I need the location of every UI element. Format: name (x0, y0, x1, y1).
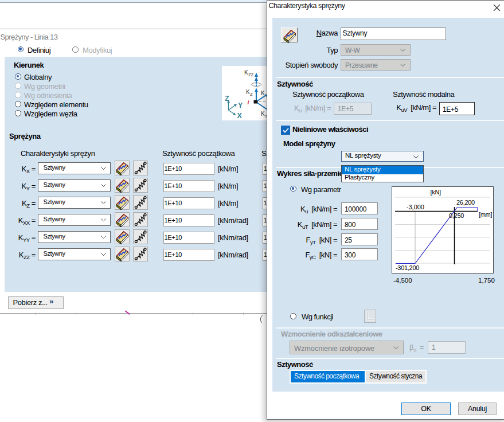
svg-text:0,250: 0,250 (449, 212, 464, 219)
svg-text:[mm]: [mm] (479, 211, 492, 218)
svg-text:i: i (248, 99, 250, 106)
svg-text:K: K (261, 90, 265, 96)
svg-text:K: K (261, 111, 265, 117)
svg-text:K: K (244, 69, 248, 76)
svg-text:26,200: 26,200 (456, 199, 475, 206)
svg-text:X: X (237, 112, 243, 120)
svg-text:-301,200: -301,200 (396, 264, 419, 271)
svg-text:K: K (246, 89, 250, 95)
svg-text:Y: Y (238, 101, 243, 110)
svg-text:[kN]: [kN] (431, 189, 442, 196)
svg-text:Z: Z (250, 92, 253, 97)
svg-text:Z: Z (225, 95, 229, 103)
svg-text:-3,000: -3,000 (407, 204, 424, 210)
svg-text:ZZ: ZZ (248, 72, 254, 77)
